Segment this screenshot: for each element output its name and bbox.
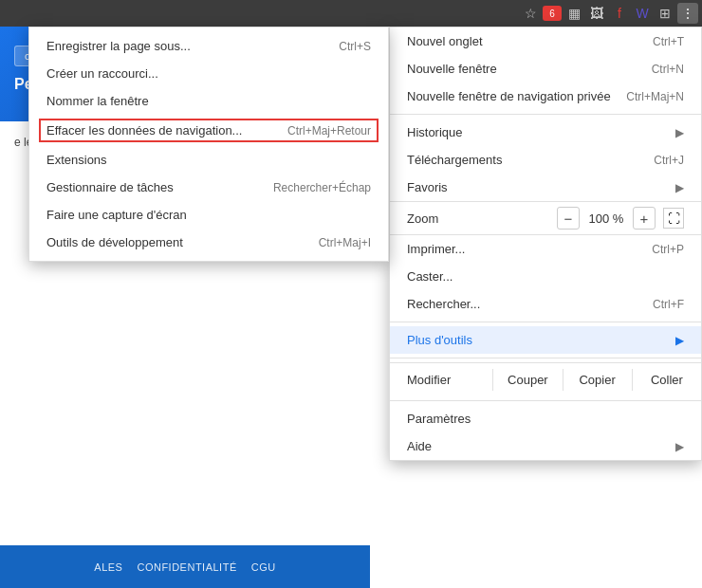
- submenu-enregistrer[interactable]: Enregistrer la page sous... Ctrl+S: [29, 32, 388, 60]
- menu-telechargements-shortcut: Ctrl+J: [654, 154, 684, 167]
- chrome-menu-button[interactable]: ⋮: [677, 3, 698, 24]
- divider-2: [390, 322, 701, 322]
- coller-button[interactable]: Coller: [632, 369, 701, 391]
- menu-navigation-privee[interactable]: Nouvelle fenêtre de navigation privée Ct…: [390, 83, 701, 110]
- menu-nouvel-onglet[interactable]: Nouvel onglet Ctrl+T: [390, 28, 701, 55]
- menu-imprimer-label: Imprimer...: [407, 242, 465, 256]
- menu-plus-doutils-label: Plus d'outils: [407, 333, 472, 347]
- menu-rechercher[interactable]: Rechercher... Ctrl+F: [390, 290, 701, 318]
- footer-link-ales[interactable]: ALES: [94, 561, 122, 573]
- menu-rechercher-shortcut: Ctrl+F: [653, 298, 684, 311]
- menu-aide[interactable]: Aide ▶: [390, 432, 701, 460]
- couper-button[interactable]: Couper: [492, 369, 562, 391]
- page-footer: ALES CONFIDENTIALITÉ CGU: [0, 545, 370, 588]
- menu-caster[interactable]: Caster...: [390, 263, 701, 290]
- menu-historique[interactable]: Historique ▶: [390, 119, 701, 146]
- submenu-extensions[interactable]: Extensions: [29, 146, 388, 174]
- submenu-raccourci-label: Créer un raccourci...: [46, 66, 158, 81]
- wordtune-icon[interactable]: W: [632, 3, 653, 24]
- edit-row: Modifier Couper Copier Coller: [390, 362, 701, 396]
- photo-icon[interactable]: 🖼: [586, 3, 607, 24]
- menu-nouvel-onglet-shortcut: Ctrl+T: [653, 35, 684, 48]
- menu-navigation-privee-label: Nouvelle fenêtre de navigation privée: [407, 89, 611, 103]
- menu-nouvelle-fenetre-shortcut: Ctrl+N: [652, 63, 684, 76]
- submenu-outils-dev-shortcut: Ctrl+Maj+I: [319, 236, 371, 249]
- menu-parametres[interactable]: Paramètres: [390, 405, 701, 432]
- zoom-label: Zoom: [407, 211, 438, 226]
- zoom-minus-button[interactable]: −: [557, 207, 580, 230]
- submenu-capture[interactable]: Faire une capture d'écran: [29, 201, 388, 229]
- divider-4: [390, 400, 701, 401]
- menu-favoris[interactable]: Favoris ▶: [390, 174, 701, 201]
- menu-nouvelle-fenetre-label: Nouvelle fenêtre: [407, 62, 497, 76]
- menu-imprimer[interactable]: Imprimer... Ctrl+P: [390, 235, 701, 263]
- menu-favoris-label: Favoris: [407, 180, 448, 194]
- submenu-enregistrer-shortcut: Ctrl+S: [339, 40, 371, 53]
- menu-telechargements-label: Téléchargements: [407, 153, 502, 167]
- star-icon[interactable]: ☆: [520, 3, 541, 24]
- menu-caster-label: Caster...: [407, 269, 453, 284]
- submenu-raccourci[interactable]: Créer un raccourci...: [29, 60, 388, 87]
- submenu-outils-dev[interactable]: Outils de développement Ctrl+Maj+I: [29, 229, 388, 256]
- zoom-value: 100 %: [587, 211, 625, 226]
- menu-nouvel-onglet-label: Nouvel onglet: [407, 34, 483, 48]
- submenu-extensions-label: Extensions: [46, 153, 107, 167]
- plus-doutils-submenu: Enregistrer la page sous... Ctrl+S Créer…: [28, 27, 389, 262]
- plus-doutils-arrow-icon: ▶: [675, 334, 684, 347]
- footer-link-confidentialite[interactable]: CONFIDENTIALITÉ: [137, 561, 236, 573]
- submenu-effacer-shortcut: Ctrl+Maj+Retour: [287, 124, 371, 138]
- divider-3: [390, 358, 701, 358]
- favoris-arrow-icon: ▶: [675, 181, 684, 194]
- edit-label: Modifier: [390, 373, 492, 387]
- menu-aide-label: Aide: [407, 439, 432, 453]
- flipboard-icon[interactable]: f: [609, 3, 630, 24]
- submenu-gestionnaire-label: Gestionnaire de tâches: [46, 180, 174, 194]
- menu-navigation-privee-shortcut: Ctrl+Maj+N: [626, 90, 684, 103]
- submenu-nommer[interactable]: Nommer la fenêtre: [29, 87, 388, 115]
- footer-link-cgu[interactable]: CGU: [251, 561, 276, 573]
- zoom-plus-button[interactable]: +: [633, 207, 656, 230]
- menu-imprimer-shortcut: Ctrl+P: [652, 243, 684, 256]
- menu-plus-doutils[interactable]: Plus d'outils ▶: [390, 326, 701, 354]
- zoom-fullscreen-button[interactable]: ⛶: [663, 208, 684, 229]
- submenu-gestionnaire[interactable]: Gestionnaire de tâches Rechercher+Échap: [29, 174, 388, 201]
- submenu-effacer[interactable]: Effacer les données de navigation... Ctr…: [39, 119, 379, 142]
- submenu-nommer-label: Nommer la fenêtre: [46, 94, 149, 108]
- score-badge-icon[interactable]: 6: [543, 6, 562, 21]
- zoom-controls: − 100 % + ⛶: [557, 207, 684, 230]
- submenu-effacer-label: Effacer les données de navigation...: [46, 123, 242, 138]
- divider-1: [390, 114, 701, 115]
- media-icon[interactable]: ▦: [563, 3, 584, 24]
- menu-parametres-label: Paramètres: [407, 412, 471, 426]
- submenu-enregistrer-label: Enregistrer la page sous...: [46, 39, 191, 53]
- historique-arrow-icon: ▶: [675, 126, 684, 139]
- chrome-dropdown-menu: Nouvel onglet Ctrl+T Nouvelle fenêtre Ct…: [389, 27, 702, 461]
- submenu-gestionnaire-shortcut: Rechercher+Échap: [273, 181, 371, 194]
- submenu-capture-label: Faire une capture d'écran: [46, 208, 187, 222]
- menu-rechercher-label: Rechercher...: [407, 297, 480, 311]
- submenu-outils-dev-label: Outils de développement: [46, 235, 183, 249]
- menu-historique-label: Historique: [407, 125, 463, 139]
- chrome-topbar: ☆ 6 ▦ 🖼 f W ⊞ ⋮: [0, 0, 702, 27]
- extension-icon[interactable]: ⊞: [655, 3, 675, 24]
- copier-button[interactable]: Copier: [563, 369, 632, 391]
- aide-arrow-icon: ▶: [675, 440, 684, 453]
- menu-nouvelle-fenetre[interactable]: Nouvelle fenêtre Ctrl+N: [390, 55, 701, 83]
- menu-telechargements[interactable]: Téléchargements Ctrl+J: [390, 146, 701, 174]
- zoom-row: Zoom − 100 % + ⛶: [390, 201, 701, 235]
